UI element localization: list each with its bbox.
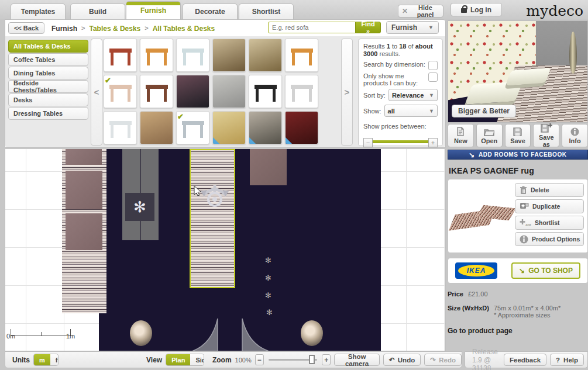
tab-build[interactable]: Build xyxy=(70,4,125,19)
stool-object[interactable] xyxy=(301,320,323,346)
product-thumbnail[interactable] xyxy=(285,75,318,108)
feedback-button[interactable]: Feedback xyxy=(504,354,546,366)
breadcrumb: Furnish > Tables & Desks > All Tables & … xyxy=(51,25,215,33)
model-corner-icon xyxy=(286,137,292,144)
product-thumbnail[interactable]: ✔ xyxy=(176,111,209,144)
rotate-handle-icon[interactable] xyxy=(198,179,231,208)
delete-button[interactable]: Delete xyxy=(515,183,584,197)
room-3d-preview[interactable]: Bigger & Better xyxy=(448,20,588,123)
price-slider-min-handle[interactable]: − xyxy=(363,138,373,147)
breadcrumb-subcategory[interactable]: All Tables & Desks xyxy=(153,25,215,33)
selected-rug-object[interactable] xyxy=(190,149,235,288)
open-button[interactable]: Open xyxy=(476,124,503,147)
cushion-object[interactable] xyxy=(66,149,102,165)
login-button[interactable]: Log in xyxy=(451,3,502,16)
find-button[interactable]: Find » xyxy=(355,22,381,33)
show-dropdown[interactable]: all▼ xyxy=(384,105,438,117)
cushion-object[interactable] xyxy=(66,213,102,250)
tab-templates[interactable]: Templates xyxy=(11,4,66,19)
search-by-dimension-checkbox[interactable] xyxy=(428,61,438,70)
category-coffee-tables[interactable]: Coffee Tables xyxy=(8,53,88,66)
product-thumbnail[interactable]: ✔ xyxy=(104,75,137,108)
panel-select-dropdown[interactable]: Furnish ▼ xyxy=(386,21,439,34)
carousel-next-button[interactable]: > xyxy=(341,39,353,146)
zoom-in-button[interactable]: + xyxy=(322,354,331,365)
duplicate-button[interactable]: Duplicate xyxy=(515,199,584,213)
product-options-button[interactable]: Product Options xyxy=(515,232,584,246)
product-thumbnail[interactable] xyxy=(140,111,173,144)
price-label: Price xyxy=(448,291,463,298)
product-thumbnail[interactable] xyxy=(249,75,282,108)
search-input[interactable] xyxy=(268,22,356,33)
add-rooms-to-facebook-button[interactable]: ↘ ADD ROOMS TO FACEBOOK xyxy=(448,150,588,160)
in-room-check-icon: ✔ xyxy=(177,112,184,121)
product-thumbnail[interactable] xyxy=(176,39,209,72)
category-bedside-chests-tables[interactable]: Bedside Chests/Tables xyxy=(8,80,88,93)
redo-button[interactable]: ↷ Redo xyxy=(424,354,462,366)
stool-object[interactable] xyxy=(130,320,152,346)
breadcrumb-category[interactable]: Tables & Desks xyxy=(89,25,140,33)
view-side-button[interactable]: Side xyxy=(190,354,204,365)
bigger-better-button[interactable]: Bigger & Better xyxy=(452,105,516,117)
category-all-tables-desks[interactable]: All Tables & Desks xyxy=(8,40,88,53)
show-camera-button[interactable]: Show camera xyxy=(334,354,379,366)
product-thumbnail[interactable] xyxy=(249,39,282,72)
help-button[interactable]: ? Help xyxy=(550,354,584,366)
save-button[interactable]: Save xyxy=(505,124,531,147)
zoom-slider-handle[interactable] xyxy=(309,355,315,364)
plant-object[interactable]: ✻ xyxy=(125,193,154,221)
cushion-object[interactable] xyxy=(66,171,102,209)
plant-icon[interactable]: ✻ xyxy=(265,256,271,265)
zoom-slider-track[interactable] xyxy=(269,359,317,361)
undo-button[interactable]: ↶ Undo xyxy=(383,354,421,366)
sort-by-dropdown[interactable]: Relevance▼ xyxy=(388,89,438,101)
tab-decorate[interactable]: Decorate xyxy=(183,4,238,19)
product-thumbnail[interactable] xyxy=(212,75,246,108)
product-thumbnail[interactable] xyxy=(285,39,318,72)
product-thumbnail[interactable] xyxy=(285,111,318,144)
tab-shortlist[interactable]: Shortlist xyxy=(239,4,294,19)
floorplan-canvas[interactable]: ✻ ✻ ✻ ✻ ✻ 0m 1m xyxy=(5,149,446,351)
plant-icon[interactable]: ✻ xyxy=(265,274,271,282)
rug-object-left[interactable] xyxy=(62,149,106,313)
go-to-shop-button[interactable]: ↘ GO TO SHOP xyxy=(511,262,580,279)
rug-object-corner[interactable] xyxy=(250,149,287,185)
category-desks[interactable]: Desks xyxy=(8,94,88,106)
category-dining-tables[interactable]: Dining Tables xyxy=(8,67,88,79)
product-thumbnail[interactable] xyxy=(140,75,173,108)
only-buyable-checkbox[interactable] xyxy=(428,72,438,82)
zoom-value: 100% xyxy=(235,357,252,364)
product-thumbnail[interactable] xyxy=(249,111,282,144)
zoom-out-button[interactable]: − xyxy=(255,354,264,365)
close-icon: ✕ xyxy=(402,7,408,15)
product-thumbnail[interactable] xyxy=(104,111,137,144)
units-m-button[interactable]: m xyxy=(34,354,50,365)
product-thumbnail[interactable] xyxy=(212,39,246,72)
go-to-product-page-link[interactable]: Go to product page xyxy=(448,327,588,335)
chevron-down-icon: ▼ xyxy=(428,25,434,30)
view-label: View xyxy=(146,356,162,364)
back-button[interactable]: << Back xyxy=(8,22,44,34)
plant-icon[interactable]: ✻ xyxy=(265,291,271,300)
plant-icon[interactable]: ✻ xyxy=(266,308,273,317)
product-thumbnail[interactable] xyxy=(104,39,137,72)
product-thumbnail[interactable] xyxy=(176,75,209,108)
save-as-button[interactable]: Save as xyxy=(533,124,559,147)
units-ft-button[interactable]: ft xyxy=(50,354,59,365)
category-dressing-tables[interactable]: Dressing Tables xyxy=(8,107,88,120)
info-button[interactable]: Info xyxy=(562,124,588,147)
breadcrumb-root[interactable]: Furnish xyxy=(51,25,77,33)
shortlist-button[interactable]: ADDShortlist xyxy=(515,216,584,230)
price-slider-track[interactable] xyxy=(368,140,433,143)
view-plan-button[interactable]: Plan xyxy=(166,354,190,365)
furniture-glyph xyxy=(146,85,168,103)
plant-leaves-object[interactable] xyxy=(190,317,271,351)
price-slider-max-handle[interactable]: + xyxy=(428,138,438,147)
product-thumbnail[interactable] xyxy=(140,39,173,72)
new-button[interactable]: New xyxy=(448,124,474,147)
carousel-prev-button[interactable]: < xyxy=(91,39,102,146)
product-thumbnail[interactable] xyxy=(212,111,246,144)
tab-furnish[interactable]: Furnish xyxy=(126,1,181,19)
room-file-buttons: NewOpenSaveSave asInfo xyxy=(448,124,588,147)
hide-panel-button[interactable]: ✕ Hide panel xyxy=(398,5,443,18)
